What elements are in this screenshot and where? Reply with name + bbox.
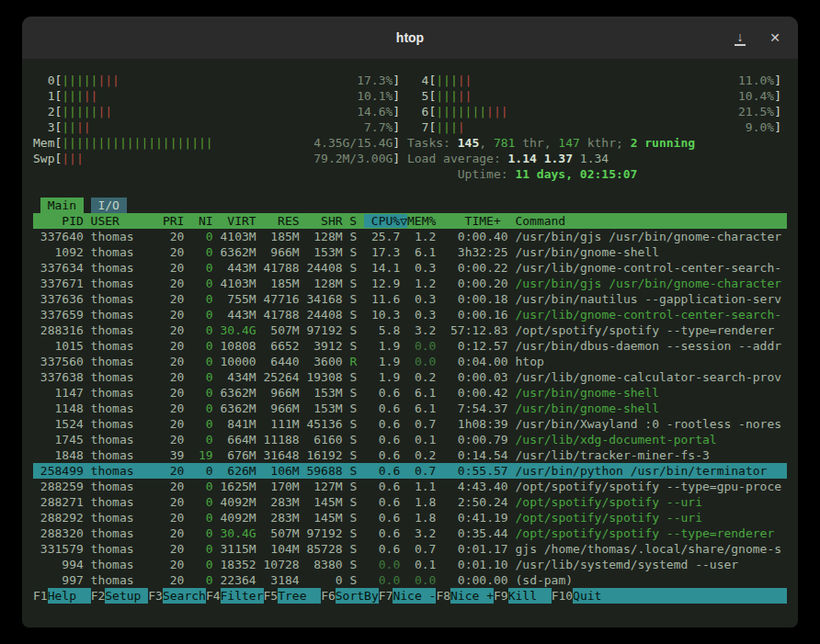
meter-open-bracket: [: [54, 73, 62, 88]
cell: 16192: [300, 448, 343, 462]
process-row-258499[interactable]: 258499 thomas 20 0 626M 106M 59688 S 0.6…: [33, 463, 787, 479]
meter-close-bracket: ]: [774, 88, 781, 104]
fkey-f8[interactable]: F8: [436, 588, 450, 604]
close-icon[interactable]: ✕: [767, 30, 783, 45]
cell: 1015: [33, 339, 84, 353]
cell: 0: [184, 401, 212, 415]
fkey-f9[interactable]: F9: [494, 588, 508, 604]
process-row-337638[interactable]: 337638 thomas 20 0 434M 25264 19308 S 1.…: [33, 369, 787, 385]
download-icon[interactable]: ↓: [732, 29, 748, 46]
cell: 2:50.24: [436, 495, 507, 509]
memory-meter-value: 4.35G/15.4G: [313, 135, 393, 151]
fkey-f1[interactable]: F1: [33, 588, 48, 604]
process-row-994[interactable]: 994 thomas 20 0 18352 10728 8380 S 0.0 0…: [33, 557, 787, 572]
cell: 1h08:39: [436, 417, 507, 431]
process-row-288292[interactable]: 288292 thomas 20 0 4092M 283M 145M S 0.6…: [33, 510, 787, 525]
fkey-f5[interactable]: F5: [264, 588, 279, 604]
cell: /usr/bin/gjs /usr/bin/gnome-character: [508, 277, 781, 290]
fkey-f10-label[interactable]: Quit: [573, 588, 616, 604]
fkey-f7[interactable]: F7: [379, 588, 393, 604]
cpu-meter-2-value: 14.6%: [357, 104, 393, 119]
process-row-288271[interactable]: 288271 thomas 20 0 4092M 283M 145M S 0.6…: [33, 494, 787, 510]
cpu-meter-6-label: 6: [407, 104, 428, 119]
load-segment: 1.37: [544, 152, 580, 165]
fkey-f6[interactable]: F6: [321, 588, 336, 604]
meter-close-bracket: ]: [393, 119, 400, 135]
process-row-1015[interactable]: 1015 thomas 20 0 10808 6652 3912 S 1.9 0…: [33, 338, 787, 354]
meter-bar-segment: |: [458, 120, 465, 134]
fkey-f2[interactable]: F2: [91, 588, 106, 604]
process-row-337671[interactable]: 337671 thomas 20 0 4103M 185M 128M S 12.…: [33, 276, 787, 291]
fkey-f10[interactable]: F10: [552, 588, 573, 604]
fkey-f2-label[interactable]: Setup: [105, 588, 148, 604]
fkey-f7-label[interactable]: Nice -: [393, 588, 436, 604]
process-row-331579[interactable]: 331579 thomas 20 0 3115M 104M 85728 S 0.…: [33, 541, 787, 557]
fkey-f4-label[interactable]: Filter: [221, 588, 264, 604]
process-row-337640[interactable]: 337640 thomas 20 0 4103M 185M 128M S 25.…: [33, 229, 787, 244]
cell: /usr/bin/dbus-daemon --session --addr: [508, 339, 781, 353]
process-row-1848[interactable]: 1848 thomas 39 19 676M 31648 16192 S 0.6…: [33, 447, 787, 463]
column-header-cpu[interactable]: CPU%▽: [364, 214, 407, 228]
cell: 283M: [256, 495, 300, 509]
meter-bar-segment: ||: [458, 89, 473, 103]
cell: 3184: [256, 573, 300, 587]
cell: thomas: [84, 417, 155, 431]
cell: 0.1: [400, 558, 436, 571]
cell: 4103M: [213, 230, 256, 243]
process-row-337560[interactable]: 337560 thomas 20 0 10000 6440 3600 R 1.9…: [33, 354, 787, 369]
column-headers-right[interactable]: MEM% TIME+ Command: [407, 214, 565, 228]
cell: 6160: [300, 433, 343, 446]
cell: 17.3: [357, 245, 400, 259]
cell: thomas: [84, 339, 155, 353]
cell: 443M: [213, 308, 256, 322]
fkey-f1-label[interactable]: Help: [48, 588, 91, 604]
tasks-segment: kthr: [580, 136, 616, 150]
cell: 0:01.17: [436, 542, 507, 556]
cell: R: [343, 355, 358, 368]
cell: 0: [184, 245, 212, 259]
fkey-f6-label[interactable]: SortBy: [336, 588, 379, 604]
cell: 331579: [33, 542, 84, 556]
fkey-f3-label[interactable]: Search: [163, 588, 206, 604]
meter-open-bracket: [: [54, 104, 62, 119]
process-row-1147[interactable]: 1147 thomas 20 0 6362M 966M 153M S 0.6 6…: [33, 385, 787, 401]
cell: thomas: [84, 558, 155, 571]
cell: 12.9: [357, 277, 400, 290]
titlebar[interactable]: htop ↓ ✕: [22, 17, 798, 59]
fkey-f9-label[interactable]: Kill: [508, 588, 552, 604]
process-row-288259[interactable]: 288259 thomas 20 0 1625M 170M 127M S 0.6…: [33, 479, 787, 494]
process-row-337634[interactable]: 337634 thomas 20 0 443M 41788 24408 S 14…: [33, 260, 787, 276]
cpu-meter-4-label: 4: [407, 73, 428, 88]
cell: 0.3: [400, 261, 436, 275]
process-row-288320[interactable]: 288320 thomas 20 0 30.4G 507M 97192 S 0.…: [33, 525, 787, 541]
process-row-1092[interactable]: 1092 thomas 20 0 6362M 966M 153M S 17.3 …: [33, 244, 787, 260]
fkey-f8-label[interactable]: Nice +: [450, 588, 494, 604]
process-row-1745[interactable]: 1745 thomas 20 0 664M 11188 6160 S 0.6 0…: [33, 432, 787, 447]
process-row-997[interactable]: 997 thomas 20 0 22364 3184 0 S 0.0 0.0 0…: [33, 572, 787, 588]
process-row-337659[interactable]: 337659 thomas 20 0 443M 41788 24408 S 10…: [33, 307, 787, 322]
cell: 25.7: [357, 230, 400, 243]
cell: 3115M: [213, 542, 256, 556]
column-headers-left[interactable]: PID USER PRI NI VIRT RES SHR S: [33, 214, 364, 228]
cell: 0: [184, 433, 212, 446]
cpu-meter-0: 0[||||||||17.3%]: [33, 73, 400, 88]
cell: thomas: [84, 292, 155, 306]
cell: 30.4G: [213, 526, 256, 540]
cell: 10000: [213, 355, 256, 368]
tab-io[interactable]: I/O: [91, 198, 127, 213]
fkey-f4[interactable]: F4: [206, 588, 221, 604]
process-row-1148[interactable]: 1148 thomas 20 0 6362M 966M 153M S 0.6 6…: [33, 401, 787, 416]
process-row-1524[interactable]: 1524 thomas 20 0 841M 111M 45136 S 0.6 0…: [33, 416, 787, 432]
process-row-337636[interactable]: 337636 thomas 20 0 755M 47716 34168 S 11…: [33, 291, 787, 307]
fkey-f5-label[interactable]: Tree: [278, 588, 321, 604]
process-row-288316[interactable]: 288316 thomas 20 0 30.4G 507M 97192 S 5.…: [33, 322, 787, 338]
cell: 20: [155, 573, 184, 587]
fkey-f3[interactable]: F3: [148, 588, 163, 604]
memory-row: Mem[|||||||||||||||||||||4.35G/15.4G]Tas…: [33, 135, 787, 151]
cell: thomas: [84, 433, 155, 446]
cell: thomas: [84, 277, 155, 290]
tab-main[interactable]: Main: [40, 198, 84, 213]
cell: /usr/bin/Xwayland :0 -rootless -nores: [508, 417, 781, 431]
meter-close-bracket: ]: [393, 135, 400, 151]
meter-bar-segment: ||: [62, 120, 76, 134]
